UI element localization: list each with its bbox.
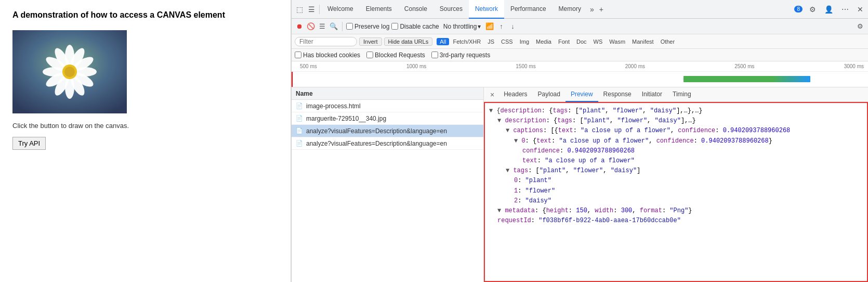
type-other[interactable]: Other xyxy=(657,38,678,45)
main-content: Name 📄 image-process.html 📄 marguerite-7… xyxy=(292,87,868,282)
tab-elements[interactable]: Elements xyxy=(360,0,398,19)
preview-panel: × Headers Payload Preview Response Initi… xyxy=(484,87,868,282)
json-line-9: 2: "daisy" xyxy=(489,196,863,206)
type-fetch-xhr[interactable]: Fetch/XHR xyxy=(450,38,484,45)
type-font[interactable]: Font xyxy=(555,38,573,45)
json-toggle-0[interactable]: ▼ xyxy=(489,107,493,114)
timeline-bars xyxy=(292,72,868,87)
json-toggle-6[interactable]: ▼ xyxy=(506,167,509,174)
type-manifest[interactable]: Manifest xyxy=(629,38,657,45)
canvas-description: Click the button to draw on the canvas. xyxy=(12,122,278,130)
close-devtools-icon[interactable]: ✕ xyxy=(854,4,866,15)
canvas-image xyxy=(12,30,127,113)
preserve-log-checkbox[interactable] xyxy=(346,23,353,30)
type-media[interactable]: Media xyxy=(533,38,555,45)
devtools-inner: ⏺ 🚫 ☰ 🔍 Preserve log Disable cache No th… xyxy=(292,19,868,282)
preview-tab-preview[interactable]: Preview xyxy=(565,87,598,102)
type-img[interactable]: Img xyxy=(517,38,532,45)
network-toolbar: ⏺ 🚫 ☰ 🔍 Preserve log Disable cache No th… xyxy=(292,19,868,34)
mark-500: 500 ms xyxy=(300,63,317,69)
third-party-checkbox[interactable] xyxy=(431,52,438,58)
tab-network[interactable]: Network xyxy=(469,0,504,19)
tab-console[interactable]: Console xyxy=(398,0,433,19)
timeline-ruler: 500 ms 1000 ms 1500 ms 2000 ms 2500 ms 3… xyxy=(292,61,868,72)
try-api-button[interactable]: Try API xyxy=(12,137,46,150)
filter-icon[interactable]: ☰ xyxy=(318,22,327,31)
page-title: A demonstration of how to access a CANVA… xyxy=(12,10,278,20)
new-tab-icon[interactable]: + xyxy=(597,4,606,15)
json-line-5: text: "a close up of a flower" xyxy=(489,156,863,166)
preview-tab-headers[interactable]: Headers xyxy=(498,87,532,102)
filter-types: All Fetch/XHR JS CSS Img Media Font Doc … xyxy=(437,38,678,45)
preview-tab-payload[interactable]: Payload xyxy=(533,87,565,102)
json-line-2: ▼ captions: [{text: "a close up of a flo… xyxy=(489,126,863,136)
disable-cache-checkbox[interactable] xyxy=(391,23,398,30)
devtools-tab-bar: ⬚ ☰ Welcome Elements Console Sources Net… xyxy=(292,0,868,19)
type-ws[interactable]: WS xyxy=(590,38,606,45)
json-toggle-10[interactable]: ▼ xyxy=(497,207,501,214)
name-row-2[interactable]: 📄 analyze?visualFeatures=Description&lan… xyxy=(292,125,483,137)
blocked-requests-checkbox[interactable] xyxy=(366,52,373,58)
invert-btn[interactable]: Invert xyxy=(359,37,382,46)
tab-performance[interactable]: Performance xyxy=(504,0,553,19)
preview-tab-initiator[interactable]: Initiator xyxy=(637,87,667,102)
devtools-panel: ⬚ ☰ Welcome Elements Console Sources Net… xyxy=(291,0,868,282)
json-line-1: ▼ description: {tags: ["plant", "flower"… xyxy=(489,116,863,126)
json-line-7: 0: "plant" xyxy=(489,176,863,186)
record-icon[interactable]: ⏺ xyxy=(295,22,304,31)
filter-input[interactable] xyxy=(295,37,357,46)
upload-icon[interactable]: ↑ xyxy=(496,22,506,31)
mark-2000: 2000 ms xyxy=(625,63,645,69)
json-line-8: 1: "flower" xyxy=(489,186,863,196)
wifi-icon[interactable]: 📶 xyxy=(485,22,494,31)
network-settings-icon[interactable]: ⚙ xyxy=(856,22,865,31)
settings-icon[interactable]: ⚙ xyxy=(807,4,819,15)
blocked-cookies-label[interactable]: Has blocked cookies xyxy=(295,52,360,59)
name-row-0[interactable]: 📄 image-process.html xyxy=(292,100,483,112)
close-preview-btn[interactable]: × xyxy=(486,87,498,102)
throttle-select[interactable]: No throttling ▾ xyxy=(441,23,483,30)
third-party-label[interactable]: 3rd-party requests xyxy=(431,52,490,59)
type-js[interactable]: JS xyxy=(484,38,497,45)
tab-memory[interactable]: Memory xyxy=(553,0,587,19)
inspect-icon[interactable]: ⬚ xyxy=(294,4,306,15)
more-options-icon[interactable]: ⋯ xyxy=(839,4,851,15)
download-icon[interactable]: ↓ xyxy=(508,22,517,31)
sep1 xyxy=(342,22,343,31)
tab-welcome[interactable]: Welcome xyxy=(321,0,360,19)
mark-1500: 1500 ms xyxy=(516,63,535,69)
svg-point-14 xyxy=(64,67,75,77)
json-toggle-2[interactable]: ▼ xyxy=(506,127,509,134)
preview-tab-response[interactable]: Response xyxy=(598,87,637,102)
throttle-dropdown-icon: ▾ xyxy=(478,23,481,30)
json-toggle-1[interactable]: ▼ xyxy=(497,117,501,124)
name-list-header: Name xyxy=(292,87,483,100)
blocked-cookies-checkbox[interactable] xyxy=(295,52,301,58)
type-all[interactable]: All xyxy=(437,38,449,45)
timeline-red-line xyxy=(292,72,293,87)
search-icon[interactable]: 🔍 xyxy=(329,22,338,31)
notifications-badge: 8 xyxy=(794,6,803,12)
json-line-11: requestId: "f038bf6f-b922-4ab0-aaea-17b6… xyxy=(489,216,863,226)
json-preview-content: ▼ {description: {tags: ["plant", "flower… xyxy=(484,102,868,282)
device-icon[interactable]: ☰ xyxy=(306,4,318,15)
name-row-3[interactable]: 📄 analyze?visualFeatures=Description&lan… xyxy=(292,137,483,150)
type-wasm[interactable]: Wasm xyxy=(606,38,628,45)
user-icon[interactable]: 👤 xyxy=(822,4,836,15)
name-row-1[interactable]: 📄 marguerite-729510__340.jpg xyxy=(292,112,483,125)
tab-sources[interactable]: Sources xyxy=(433,0,469,19)
hide-data-urls-btn[interactable]: Hide data URLs xyxy=(384,37,433,46)
mark-2500: 2500 ms xyxy=(734,63,754,69)
type-doc[interactable]: Doc xyxy=(573,38,590,45)
preserve-log-label[interactable]: Preserve log xyxy=(346,23,389,30)
more-tabs-icon[interactable]: » xyxy=(587,4,597,15)
json-toggle-3[interactable]: ▼ xyxy=(514,137,518,145)
preview-tab-timing[interactable]: Timing xyxy=(667,87,696,102)
type-css[interactable]: CSS xyxy=(498,38,516,45)
timeline-waterfall-bar xyxy=(683,76,810,82)
json-line-4: confidence: 0.9402093788960268 xyxy=(489,146,863,156)
clear-icon[interactable]: 🚫 xyxy=(306,22,315,31)
blocked-requests-label[interactable]: Blocked Requests xyxy=(366,52,425,59)
disable-cache-label[interactable]: Disable cache xyxy=(391,23,439,30)
json-line-10: ▼ metadata: {height: 150, width: 300, fo… xyxy=(489,206,863,216)
